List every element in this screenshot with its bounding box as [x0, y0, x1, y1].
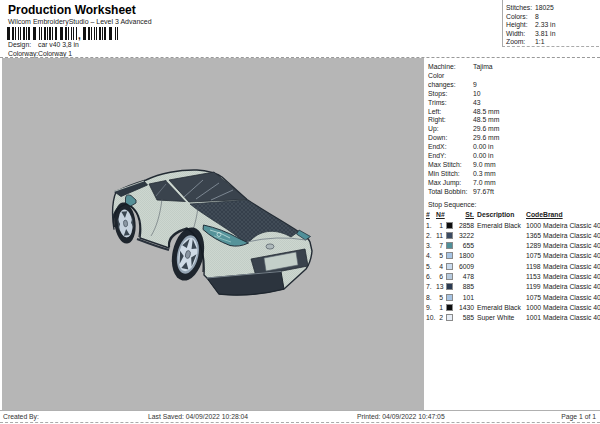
stop-column-header: # — [426, 211, 435, 218]
thread-color-cell — [444, 263, 455, 270]
machine-info-panel: Machine:TajimaColor changes:9Stops:10Tri… — [424, 58, 600, 410]
detail-row: EndY:0.00 in — [426, 152, 600, 161]
stop-column-header: Description — [475, 211, 524, 218]
detail-row-value: 43 — [473, 99, 481, 106]
detail-row-label: Min Stitch: — [428, 170, 473, 179]
stop-column-header: Code — [525, 211, 542, 218]
stop-cell-st: 1430 — [456, 304, 474, 311]
thread-color-cell — [444, 252, 455, 259]
design-label: Design: — [8, 41, 38, 48]
detail-row-label: EndY: — [428, 152, 473, 161]
brand-badge — [266, 244, 274, 249]
stop-cell-st: 101 — [456, 294, 474, 301]
stop-column-header: N# — [436, 211, 443, 218]
detail-row-label: Machine: — [428, 63, 473, 72]
stop-cell-n: 1 — [436, 304, 443, 311]
thread-color-swatch — [446, 252, 453, 259]
colorway-row: Colorway:Colorway 1 — [8, 50, 72, 57]
thread-color-cell — [444, 283, 455, 290]
detail-row-label: Up: — [428, 125, 473, 134]
thread-color-swatch — [446, 222, 453, 229]
thread-color-cell — [444, 242, 455, 249]
stat-row-value: 3.81 in — [535, 30, 555, 37]
stat-row-value: 1:1 — [535, 38, 544, 45]
stop-cell-brand: Madeira Classic 40 — [543, 304, 600, 311]
stop-row: 6.64781153Madeira Classic 40 — [426, 271, 600, 281]
stat-row: Stitches:18025 — [503, 4, 599, 13]
detail-row: Down:29.6 mm — [426, 134, 600, 143]
page-number: Page 1 of 1 — [561, 413, 596, 420]
worksheet-header: Production Worksheet Wilcom EmbroiderySt… — [0, 0, 600, 58]
detail-row-value: 7.0 mm — [473, 179, 496, 186]
stop-cell-n: 1 — [436, 222, 443, 229]
stop-cell-num: 8. — [426, 294, 435, 301]
detail-row-value: 0.00 in — [473, 152, 493, 159]
barcode-icon — [7, 27, 77, 40]
detail-row-value: Tajima — [473, 63, 493, 70]
detail-row-value: 29.6 mm — [473, 125, 499, 132]
stat-row: Colors:8 — [503, 13, 599, 22]
stop-cell-st: 478 — [456, 273, 474, 280]
stop-column-header: Brand — [543, 211, 600, 218]
detail-row-label: Left: — [428, 108, 473, 117]
stop-cell-brand: Madeira Classic 40 — [543, 232, 600, 239]
machine-details-list: Machine:TajimaColor changes:9Stops:10Tri… — [426, 58, 600, 197]
stop-cell-brand: Madeira Classic 40 — [543, 273, 600, 280]
thread-color-cell — [444, 273, 455, 280]
thread-color-cell — [444, 232, 455, 239]
design-value: car v40 3,8 in — [38, 41, 79, 48]
thread-color-swatch — [446, 263, 453, 270]
stop-cell-brand: Madeira Classic 40 — [543, 242, 600, 249]
stop-cell-code: 1199 — [525, 283, 542, 290]
stop-cell-num: 1. — [426, 222, 435, 229]
stat-row-label: Zoom: — [506, 38, 535, 47]
production-worksheet-page: Production Worksheet Wilcom EmbroiderySt… — [0, 0, 600, 424]
page-title: Production Worksheet — [8, 3, 136, 17]
barcode-icon — [83, 27, 119, 40]
stop-row: 5.460091198Madeira Classic 40 — [426, 261, 600, 271]
detail-row: Color changes:9 — [426, 72, 600, 90]
colorway-value: Colorway 1 — [38, 50, 72, 57]
thread-color-swatch — [446, 273, 453, 280]
barcode-separator: , — [78, 32, 81, 40]
stop-cell-desc: Emerald Black — [475, 222, 524, 229]
detail-row-value: 0.00 in — [473, 143, 493, 150]
stat-row: Height:2.33 in — [503, 21, 599, 30]
detail-row-label: Right: — [428, 116, 473, 125]
stop-cell-n: 13 — [436, 283, 443, 290]
stop-row: 3.76551289Madeira Classic 40 — [426, 240, 600, 250]
detail-row-value: 9 — [473, 81, 477, 88]
detail-row: Right:48.5 mm — [426, 116, 600, 125]
stat-row-value: 8 — [535, 13, 539, 20]
thread-color-cell — [444, 304, 455, 311]
stop-cell-n: 4 — [436, 263, 443, 270]
stop-cell-brand: Madeira Classic 40 — [543, 252, 600, 259]
stop-row: 8.51011075Madeira Classic 40 — [426, 292, 600, 302]
stop-row: 10.2585Super White1001Madeira Classic 40 — [426, 313, 600, 323]
stop-cell-n: 2 — [436, 314, 443, 321]
thread-color-cell — [444, 294, 455, 301]
colorway-label: Colorway: — [8, 50, 38, 57]
stop-cell-n: 7 — [436, 242, 443, 249]
stop-row: 7.138851199Madeira Classic 40 — [426, 282, 600, 292]
detail-row-label: Total Bobbin: — [428, 188, 473, 197]
stop-cell-n: 11 — [436, 232, 443, 239]
detail-row: Stops:10 — [426, 90, 600, 99]
stop-cell-st: 3222 — [456, 232, 474, 239]
detail-row-label: Trims: — [428, 99, 473, 108]
detail-row-label: Stops: — [428, 90, 473, 99]
stop-cell-desc: Super White — [475, 314, 524, 321]
thread-color-cell — [444, 314, 455, 321]
stop-cell-code: 1153 — [525, 273, 542, 280]
design-row: Design:car v40 3,8 in — [8, 41, 79, 48]
detail-row-value: 48.5 mm — [473, 116, 499, 123]
detail-row-label: EndX: — [428, 143, 473, 152]
detail-row: Trims:43 — [426, 99, 600, 108]
app-subtitle: Wilcom EmbroideryStudio – Level 3 Advanc… — [8, 18, 152, 25]
stop-cell-st: 885 — [456, 283, 474, 290]
stat-row-label: Width: — [506, 30, 535, 39]
detail-row: Left:48.5 mm — [426, 108, 600, 117]
stop-sequence-title: Stop Sequence: — [426, 200, 600, 209]
stat-row-value: 18025 — [535, 4, 554, 11]
detail-row-label: Max Jump: — [428, 179, 473, 188]
